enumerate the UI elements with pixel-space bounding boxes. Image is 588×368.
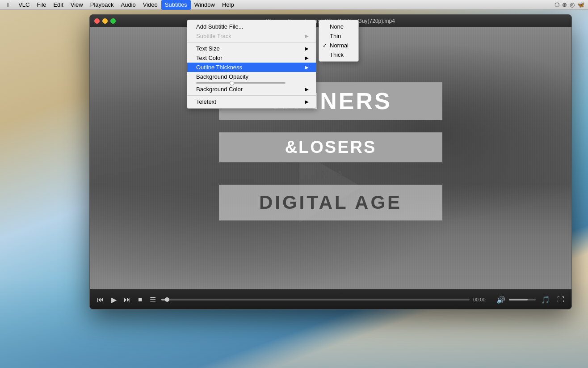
outline-thickness-submenu: None Thin ✓ Normal Thick (319, 20, 359, 62)
butterfly-icon: 🦋 (577, 1, 584, 8)
subtitle-track-item[interactable]: Subtitle Track ▶ (187, 31, 316, 41)
subtitle-track-label: Subtitle Track (196, 33, 231, 39)
teletext-item[interactable]: Teletext ▶ (187, 97, 316, 106)
separator-1 (187, 42, 316, 42)
opacity-slider-row[interactable] (187, 81, 316, 85)
time-display: 00:00 (473, 297, 491, 302)
vlc-menu[interactable]: VLC (15, 0, 33, 10)
window-menu[interactable]: Window (191, 0, 218, 10)
subtitles-menu[interactable]: Subtitles (161, 0, 191, 10)
playback-menu[interactable]: Playback (87, 0, 118, 10)
window-controls (94, 18, 116, 24)
losers-banner: &LOSERS (219, 132, 442, 162)
progress-dot (165, 297, 169, 302)
help-menu[interactable]: Help (218, 0, 238, 10)
digital-age-banner: DIGITAL AGE (219, 185, 442, 220)
text-color-item[interactable]: Text Color ▶ (187, 53, 316, 63)
text-size-arrow: ▶ (305, 46, 309, 51)
outline-thickness-arrow: ▶ (305, 65, 309, 70)
volume-icon[interactable]: 🔊 (495, 294, 507, 306)
menu-bar:  VLC File Edit View Playback Audio Vide… (0, 0, 588, 10)
menubar-right-icons: ⬡ ⊛ ◎ 🦋 (554, 1, 584, 8)
background-opacity-item[interactable]: Background Opacity (187, 72, 316, 81)
play-button[interactable]: ▶ (109, 294, 118, 306)
subtitle-track-arrow: ▶ (305, 34, 309, 38)
teletext-label: Teletext (196, 98, 216, 105)
video-content: WINNERS &LOSERS IN A DIGITAL AGE (90, 27, 571, 289)
in-a-text (219, 123, 442, 130)
volume-area: 🔊 (495, 294, 536, 306)
background-color-arrow: ▶ (305, 87, 309, 92)
fullscreen-button[interactable]: ⛶ (555, 294, 566, 305)
close-button[interactable] (94, 18, 100, 24)
view-menu[interactable]: View (67, 0, 87, 10)
subtitles-dropdown: Add Subtitle File... Subtitle Track ▶ Te… (187, 20, 316, 109)
text-size-label: Text Size (196, 45, 220, 52)
outline-thick-label: Thick (330, 51, 344, 58)
video-menu[interactable]: Video (139, 0, 161, 10)
background-color-label: Background Color (196, 86, 243, 93)
add-subtitle-file-label: Add Subtitle File... (196, 23, 244, 30)
outline-thick-item[interactable]: Thick (319, 50, 358, 59)
outline-thickness-item[interactable]: Outline Thickness ▶ (187, 63, 316, 72)
outline-thin-label: Thin (330, 33, 341, 39)
add-subtitle-file-item[interactable]: Add Subtitle File... (187, 22, 316, 31)
teletext-arrow: ▶ (305, 99, 309, 104)
edit-menu[interactable]: Edit (50, 0, 67, 10)
notification-icon: ◎ (570, 1, 575, 8)
text-color-arrow: ▶ (305, 55, 309, 60)
stop-button[interactable]: ■ (136, 294, 144, 305)
text-size-item[interactable]: Text Size ▶ (187, 44, 316, 53)
in-a-text-2: IN A (219, 165, 442, 185)
background-color-item[interactable]: Background Color ▶ (187, 85, 316, 94)
audio-menu[interactable]: Audio (117, 0, 139, 10)
separator-2 (187, 95, 316, 96)
video-area[interactable]: WINNERS &LOSERS IN A DIGITAL AGE (90, 27, 571, 289)
apple-menu[interactable]:  (4, 0, 13, 10)
text-color-label: Text Color (196, 55, 223, 61)
opacity-slider-thumb (230, 81, 234, 85)
outline-normal-check: ✓ (323, 42, 327, 49)
outline-thickness-label: Outline Thickness (196, 64, 242, 71)
volume-fill (509, 299, 528, 300)
dropbox-icon: ⬡ (554, 1, 559, 8)
volume-slider[interactable] (509, 299, 536, 300)
video-controls-bar: ⏮ ▶ ⏭ ■ ☰ 00:00 🔊 🎵 ⛶ (90, 289, 571, 309)
background-opacity-label: Background Opacity (196, 73, 248, 80)
losers-text: &LOSERS (237, 138, 424, 157)
audio-track-button[interactable]: 🎵 (539, 294, 552, 306)
minimize-button[interactable] (102, 18, 108, 24)
file-menu[interactable]: File (33, 0, 50, 10)
outline-none-item[interactable]: None (319, 22, 358, 31)
playlist-button[interactable]: ☰ (148, 294, 158, 306)
progress-bar[interactable] (161, 299, 470, 300)
opacity-slider[interactable] (196, 82, 286, 84)
outline-none-label: None (330, 23, 344, 30)
outline-thin-item[interactable]: Thin (319, 31, 358, 41)
outline-normal-item[interactable]: ✓ Normal (319, 41, 358, 50)
fast-forward-button[interactable]: ⏭ (122, 294, 133, 305)
rewind-button[interactable]: ⏮ (95, 294, 106, 305)
maximize-button[interactable] (110, 18, 116, 24)
desktop: Winners &amp; Losers - Why Did The Guy(7… (0, 10, 588, 368)
digital-age-text: DIGITAL AGE (237, 192, 424, 213)
outline-normal-label: Normal (330, 42, 349, 49)
wifi-icon: ⊛ (562, 1, 567, 8)
